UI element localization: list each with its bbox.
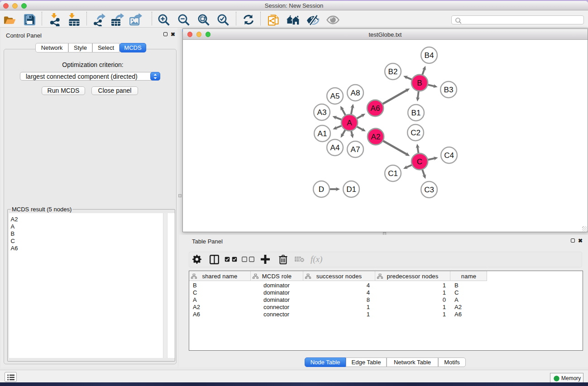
svg-text:A3: A3 [317, 108, 327, 117]
svg-text:A7: A7 [351, 145, 360, 154]
svg-text:D1: D1 [346, 185, 356, 194]
svg-text:A6: A6 [371, 104, 380, 113]
svg-text:B1: B1 [411, 109, 421, 117]
svg-text:B4: B4 [425, 51, 434, 60]
svg-text:B: B [417, 79, 422, 87]
svg-text:A5: A5 [330, 92, 340, 100]
svg-text:C: C [417, 157, 422, 166]
svg-text:C3: C3 [424, 186, 434, 194]
svg-text:C4: C4 [444, 151, 454, 160]
svg-text:C2: C2 [411, 129, 421, 137]
svg-text:A8: A8 [351, 89, 360, 97]
svg-text:B2: B2 [388, 67, 398, 76]
svg-text:A2: A2 [371, 133, 381, 141]
svg-text:C1: C1 [388, 169, 398, 178]
svg-text:D: D [319, 185, 324, 194]
svg-text:A: A [347, 119, 352, 127]
svg-text:A4: A4 [330, 143, 340, 152]
svg-text:B3: B3 [444, 86, 454, 94]
svg-text:A1: A1 [318, 129, 327, 138]
